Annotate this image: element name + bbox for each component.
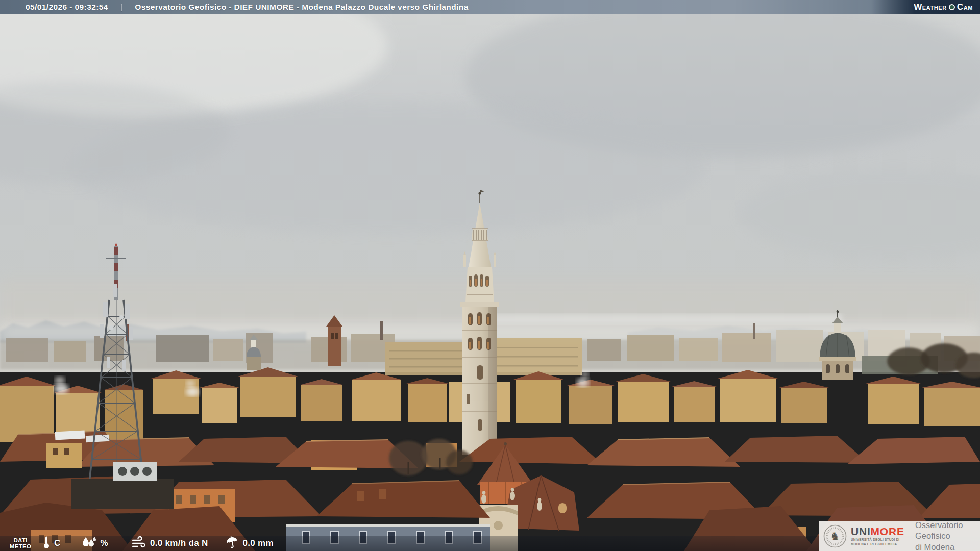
rain-readout: 0.0 mm: [226, 538, 274, 549]
humidity-value: %: [101, 538, 108, 548]
unimore-uni-text: UNI: [851, 525, 871, 537]
humidity-readout: %: [81, 538, 108, 548]
meteo-label-line1: DATI: [6, 537, 35, 543]
city-panorama-photo: [0, 0, 980, 551]
temperature-readout: C: [43, 538, 61, 549]
meteo-data-label: DATI METEO: [6, 537, 35, 550]
weathercam-dot-icon: [949, 4, 955, 10]
header-bar: 05/01/2026 - 09:32:54 | Osservatorio Geo…: [0, 0, 980, 14]
observatory-name: Osservatorio Geofisico di Modena: [915, 520, 980, 551]
unimore-subtitle-line1: UNIVERSITÀ DEGLI STUDI DI: [851, 538, 913, 542]
brand-weather-label: WEATHER: [914, 3, 947, 11]
weathercam-logo: WEATHER CAM: [871, 0, 980, 14]
webcam-frame: 05/01/2026 - 09:32:54 | Osservatorio Geo…: [0, 0, 980, 551]
observatory-name-line2: di Modena: [915, 542, 980, 551]
umbrella-icon: [226, 536, 239, 549]
svg-text:♞: ♞: [830, 530, 840, 542]
rain-value: 0.0 mm: [243, 538, 274, 548]
wind-readout: 0.0 km/h da N: [131, 538, 208, 549]
observatory-name-line1: Osservatorio Geofisico: [915, 520, 980, 541]
separator: |: [120, 3, 122, 12]
temperature-value: C: [54, 538, 61, 548]
humidity-drops-icon: [81, 536, 96, 548]
wind-icon: [131, 536, 146, 549]
unimore-more-text: MORE: [871, 525, 904, 537]
page-title: Osservatorio Geofisico - DIEF UNIMORE - …: [135, 3, 468, 12]
thermometer-icon: [43, 536, 50, 549]
unimore-logo-box: ♞ UNIMORE UNIVERSITÀ DEGLI STUDI DI MODE…: [819, 521, 980, 551]
wind-value: 0.0 km/h da N: [150, 538, 208, 548]
timestamp: 05/01/2026 - 09:32:54: [26, 3, 108, 12]
unimore-wordmark: UNIMORE UNIVERSITÀ DEGLI STUDI DI MODENA…: [851, 526, 913, 546]
brand-cam-label: CAM: [957, 3, 973, 11]
unimore-subtitle-line2: MODENA E REGGIO EMILIA: [851, 542, 913, 546]
meteo-label-line2: METEO: [6, 543, 35, 549]
unimore-seal-icon: ♞: [823, 524, 847, 548]
